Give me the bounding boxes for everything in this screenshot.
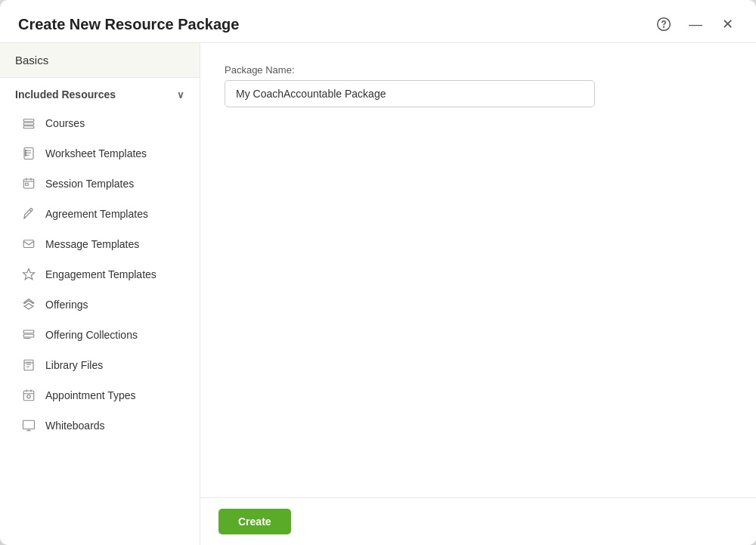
main-content: Package Name: [200, 43, 756, 497]
worksheet-icon [21, 146, 36, 161]
sidebar-item-appointment-types[interactable]: Appointment Types [0, 380, 200, 410]
sidebar-item-message-templates[interactable]: Message Templates [0, 229, 200, 259]
svg-point-6 [25, 150, 26, 151]
chevron-down-icon: ∨ [177, 89, 184, 101]
svg-point-7 [25, 152, 26, 153]
svg-rect-3 [23, 122, 34, 125]
agreement-icon [21, 206, 36, 221]
message-icon [21, 237, 36, 252]
close-button[interactable]: ✕ [717, 14, 738, 35]
svg-rect-17 [23, 391, 34, 401]
footer: Create [200, 497, 756, 545]
minimize-button[interactable]: — [685, 14, 706, 35]
dialog-content: Basics Included Resources ∨ Courses [0, 43, 756, 545]
sidebar-item-session-templates[interactable]: Session Templates [0, 169, 200, 199]
package-name-input[interactable] [225, 80, 595, 107]
create-button[interactable]: Create [218, 509, 291, 534]
svg-rect-4 [23, 126, 34, 129]
sidebar-item-engagement-templates[interactable]: Engagement Templates [0, 259, 200, 290]
hint-button[interactable] [653, 14, 674, 35]
sidebar-item-offerings[interactable]: Offerings [0, 290, 200, 320]
layers-icon [21, 116, 36, 131]
svg-rect-13 [23, 330, 34, 333]
svg-rect-19 [23, 420, 35, 429]
svg-point-8 [25, 154, 26, 156]
svg-marker-12 [23, 269, 35, 280]
svg-rect-10 [26, 183, 29, 185]
svg-rect-15 [24, 360, 33, 370]
sidebar-item-offering-collections[interactable]: Offering Collections [0, 320, 200, 350]
sidebar-item-agreement-templates[interactable]: Agreement Templates [0, 199, 200, 229]
included-resources-header[interactable]: Included Resources ∨ [0, 78, 200, 108]
main-panel: Package Name: Create [200, 43, 756, 545]
svg-rect-14 [23, 334, 34, 337]
sidebar-item-library-files[interactable]: Library Files [0, 350, 200, 380]
dialog-title: Create New Resource Package [18, 16, 239, 33]
sidebar-item-worksheet-templates[interactable]: Worksheet Templates [0, 138, 200, 169]
offering-icon [21, 297, 36, 312]
engagement-icon [21, 267, 36, 282]
collection-icon [21, 327, 36, 342]
sidebar-item-basics[interactable]: Basics [0, 43, 200, 78]
svg-rect-11 [23, 240, 34, 248]
whiteboard-icon [21, 418, 36, 433]
title-bar-actions: — ✕ [653, 14, 738, 35]
sidebar-item-whiteboards[interactable]: Whiteboards [0, 410, 200, 441]
appointment-icon [21, 388, 36, 403]
library-icon [21, 358, 36, 373]
create-resource-package-dialog: Create New Resource Package — ✕ Basics [0, 0, 756, 545]
session-icon [21, 176, 36, 191]
svg-point-18 [27, 395, 31, 398]
title-bar: Create New Resource Package — ✕ [0, 0, 756, 43]
sidebar: Basics Included Resources ∨ Courses [0, 43, 200, 545]
sidebar-item-courses[interactable]: Courses [0, 108, 200, 138]
svg-rect-2 [23, 119, 34, 122]
package-name-label: Package Name: [225, 64, 732, 76]
sidebar-nav: Courses Worksheet Templates Session Temp… [0, 108, 200, 545]
svg-point-1 [664, 26, 665, 27]
